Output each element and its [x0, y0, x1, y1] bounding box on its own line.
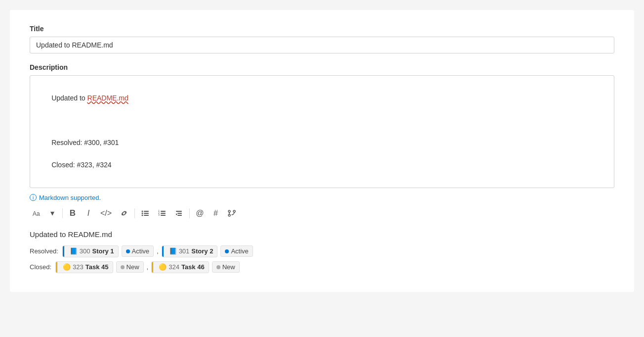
svg-rect-8 — [161, 213, 166, 214]
preview-title: Updated to README.md — [30, 230, 614, 239]
status-300: Active — [122, 245, 154, 257]
svg-rect-9 — [161, 215, 166, 216]
status-dot-301 — [225, 249, 229, 253]
status-label-300: Active — [132, 247, 149, 255]
task-icon-324: 🟡 — [159, 263, 167, 271]
title-input[interactable] — [30, 37, 614, 53]
dropdown-btn[interactable]: ▾ — [45, 206, 59, 220]
status-301: Active — [220, 245, 253, 257]
resolved-label: Resolved: — [30, 247, 58, 255]
wi-number-301: 301 — [179, 247, 190, 255]
description-editor[interactable]: Updated to README.md Resolved: #300, #30… — [30, 75, 614, 188]
wi-title-324: Task 46 — [181, 263, 205, 271]
wi-number-324: 324 — [169, 263, 179, 271]
bar-323 — [56, 262, 57, 273]
wi-title-300: Story 1 — [92, 247, 114, 255]
resolved-row: Resolved: 📘 300 Story 1 Active , 📘 301 S… — [30, 245, 614, 257]
toolbar-sep-1 — [62, 208, 63, 218]
indent-list-btn[interactable] — [172, 206, 186, 220]
status-dot-324 — [216, 265, 220, 269]
work-item-300[interactable]: 📘 300 Story 1 — [62, 245, 119, 257]
wi-number-300: 300 — [80, 247, 90, 255]
bar-324 — [152, 262, 153, 273]
closed-label: Closed: — [30, 263, 51, 271]
work-item-301[interactable]: 📘 301 Story 2 — [162, 245, 218, 257]
svg-rect-7 — [161, 211, 166, 212]
link-btn[interactable] — [117, 206, 131, 220]
pr-btn[interactable] — [224, 206, 239, 220]
story-icon-301: 📘 — [169, 247, 177, 255]
svg-rect-15 — [177, 215, 182, 216]
unordered-list-btn[interactable] — [138, 206, 153, 220]
info-icon: i — [30, 194, 37, 201]
code-btn[interactable]: </> — [97, 206, 115, 220]
status-323: New — [116, 261, 144, 273]
description-content: Updated to README.md Resolved: #300, #30… — [36, 82, 608, 182]
format-text-btn[interactable]: Aa — [30, 206, 43, 220]
ordered-list-btn[interactable]: 123 — [155, 206, 170, 220]
svg-rect-1 — [144, 211, 149, 212]
badge-content-301: 📘 301 Story 2 — [167, 247, 214, 255]
task-icon-323: 🟡 — [63, 263, 71, 271]
wi-title-323: Task 45 — [86, 263, 109, 271]
main-container: Title Description Updated to README.md R… — [10, 10, 634, 292]
closed-text: Closed: #323, #324 — [51, 161, 111, 169]
toolbar-sep-3 — [189, 208, 190, 218]
status-dot-323 — [121, 265, 125, 269]
status-dot-300 — [126, 249, 130, 253]
toolbar-sep-2 — [134, 208, 135, 218]
svg-rect-13 — [176, 211, 182, 212]
story-icon-300: 📘 — [70, 247, 78, 255]
badge-content-323: 🟡 323 Task 45 — [61, 263, 108, 271]
readme-link: README.md — [87, 94, 129, 102]
bar-301 — [162, 246, 164, 257]
title-label: Title — [30, 25, 614, 33]
markdown-note-text: Markdown supported. — [39, 194, 101, 201]
status-324: New — [212, 261, 240, 273]
svg-rect-2 — [144, 213, 149, 214]
status-label-324: New — [222, 263, 235, 271]
status-label-301: Active — [231, 247, 248, 255]
wi-number-323: 323 — [73, 263, 84, 271]
svg-point-4 — [142, 210, 143, 212]
hash-btn[interactable]: # — [209, 206, 222, 220]
svg-rect-14 — [177, 213, 182, 214]
work-item-323[interactable]: 🟡 323 Task 45 — [55, 261, 113, 273]
bold-btn[interactable]: B — [66, 206, 80, 220]
work-item-324[interactable]: 🟡 324 Task 46 — [151, 261, 209, 273]
closed-row: Closed: 🟡 323 Task 45 New , 🟡 324 Task 4… — [30, 261, 614, 273]
comma-1: , — [157, 247, 159, 255]
svg-point-6 — [142, 214, 143, 216]
svg-rect-3 — [144, 215, 149, 216]
comma-2: , — [147, 263, 149, 271]
markdown-note: i Markdown supported. — [30, 194, 614, 201]
svg-text:3: 3 — [158, 213, 160, 216]
bar-300 — [63, 246, 64, 257]
mention-btn[interactable]: @ — [193, 206, 207, 220]
svg-text:Aa: Aa — [33, 210, 40, 217]
status-label-323: New — [127, 263, 139, 271]
italic-btn[interactable]: I — [82, 206, 95, 220]
description-toolbar: Aa ▾ B I </> 123 @ # — [30, 206, 614, 220]
svg-point-5 — [142, 212, 143, 214]
badge-content-300: 📘 300 Story 1 — [68, 247, 114, 255]
resolved-text: Resolved: #300, #301 — [51, 139, 119, 146]
badge-content-324: 🟡 324 Task 46 — [157, 263, 204, 271]
desc-prefix: Updated to — [51, 94, 87, 102]
wi-title-301: Story 2 — [191, 247, 213, 255]
description-label: Description — [30, 63, 614, 71]
